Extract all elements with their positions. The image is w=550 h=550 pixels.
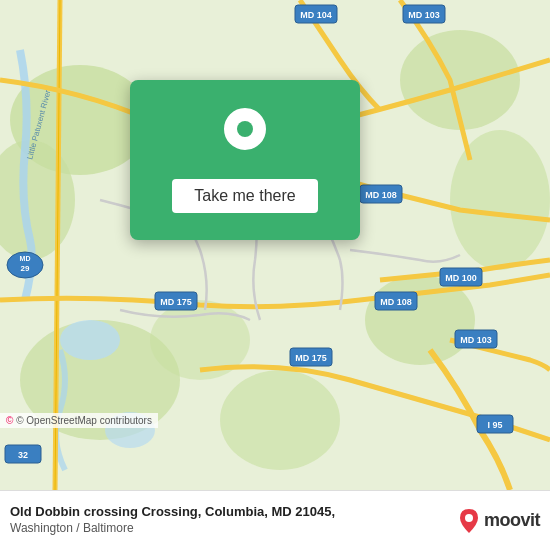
- osm-attribution: © © OpenStreetMap contributors: [0, 413, 158, 428]
- svg-text:MD 108: MD 108: [365, 190, 397, 200]
- svg-text:MD 175: MD 175: [160, 297, 192, 307]
- svg-text:MD 103: MD 103: [408, 10, 440, 20]
- svg-point-44: [465, 514, 473, 522]
- location-info: Old Dobbin crossing Crossing, Columbia, …: [10, 504, 450, 536]
- svg-text:MD 100: MD 100: [445, 273, 477, 283]
- take-me-there-button[interactable]: Take me there: [172, 179, 317, 213]
- location-pin-icon: [220, 107, 270, 167]
- svg-text:MD 108: MD 108: [380, 297, 412, 307]
- svg-text:I 95: I 95: [487, 420, 502, 430]
- svg-point-43: [237, 121, 253, 137]
- info-bar: Old Dobbin crossing Crossing, Columbia, …: [0, 490, 550, 550]
- svg-text:MD: MD: [20, 255, 31, 262]
- svg-point-9: [60, 320, 120, 360]
- svg-point-4: [450, 130, 550, 270]
- svg-text:32: 32: [18, 450, 28, 460]
- moovit-logo: moovit: [458, 507, 540, 535]
- svg-text:MD 104: MD 104: [300, 10, 332, 20]
- destination-button[interactable]: Take me there: [130, 80, 360, 240]
- svg-point-7: [220, 370, 340, 470]
- svg-text:MD 175: MD 175: [295, 353, 327, 363]
- svg-text:MD 103: MD 103: [460, 335, 492, 345]
- location-name: Old Dobbin crossing Crossing, Columbia, …: [10, 504, 450, 521]
- moovit-pin-icon: [458, 507, 480, 535]
- map-container: MD 175 MD 108 MD 104 MD 103 MD 108 O 108…: [0, 0, 550, 490]
- osm-icon: ©: [6, 415, 13, 426]
- location-region: Washington / Baltimore: [10, 521, 450, 537]
- svg-text:29: 29: [21, 264, 30, 273]
- moovit-brand-text: moovit: [484, 510, 540, 531]
